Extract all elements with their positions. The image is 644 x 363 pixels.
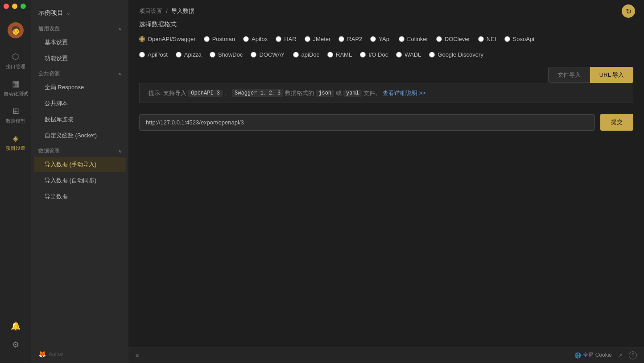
global-cookie-button[interactable]: 🌐 全局 Cookie [574,351,612,359]
format-radio-sosoapi[interactable] [504,36,510,42]
import-tabs: 文件导入 URL 导入 [548,67,633,83]
format-radio-har[interactable] [276,36,281,42]
rail-item-settings[interactable]: ◈ 项目设置 [0,129,31,156]
sidebar-item-db-connection[interactable]: 数据库连接 [34,112,126,127]
format-option-eolinker[interactable]: Eolinker [399,36,428,42]
format-option-showdoc[interactable]: ShowDoc [210,51,243,58]
format-radio-rap2[interactable] [339,36,344,42]
url-input[interactable] [139,114,595,131]
format-label-postman: Postman [212,36,235,42]
format-option-apipost[interactable]: ApiPost [139,51,168,58]
rail-label-autotest: 自动化测试 [4,91,28,97]
section-data-management[interactable]: 数据管理 ∧ [31,144,128,157]
share-icon[interactable]: ↗ [618,352,623,359]
format-option-doclever[interactable]: DOClever [436,36,470,42]
breadcrumb-parent[interactable]: 项目设置 [139,7,162,15]
format-radio-postman[interactable] [204,36,210,42]
minimize-button[interactable] [12,4,17,9]
format-label-rap2: RAP2 [347,36,362,42]
cookie-label: 全局 Cookie [583,351,612,359]
window-controls [4,4,26,9]
sidebar-item-basic-settings[interactable]: 基本设置 [34,35,126,50]
rail-item-notification[interactable]: 🔔 [0,317,31,335]
format-option-sosoapi[interactable]: SosoApi [504,36,534,42]
rail-item-datamodel[interactable]: ⊞ 数据模型 [0,102,31,129]
rail-label-interface: 接口管理 [6,63,25,70]
format-option-apifox[interactable]: Apifox [243,36,268,42]
hint-code-swagger: Swagger 1、2、3 [232,89,283,97]
format-option-har[interactable]: HAR [276,36,296,42]
format-options-row1: OpenAPI/Swagger Postman Apifox HAR JMete… [139,36,633,42]
format-options-row2: ApiPost Apizza ShowDoc DOCWAY apiDoc RAM… [139,51,633,58]
format-option-wadl[interactable]: WADL [396,51,421,58]
rail-item-interface[interactable]: ⬡ 接口管理 [0,47,31,74]
help-icon[interactable]: ? [629,351,637,359]
format-option-apizza[interactable]: Apizza [176,51,202,58]
format-radio-apifox[interactable] [243,36,249,42]
close-button[interactable] [4,4,9,9]
format-option-docway[interactable]: DOCWAY [251,51,285,58]
format-radio-raml[interactable] [327,52,333,58]
sidebar-footer-label: Apifox [49,351,63,357]
hint-prefix: 提示: 支持导入 [149,89,186,97]
sidebar-item-function-settings[interactable]: 功能设置 [34,51,126,66]
sidebar-label-import-manual: 导入数据 (手动导入) [45,161,96,168]
tab-url-import[interactable]: URL 导入 [590,67,633,83]
format-radio-yapi[interactable] [370,36,376,42]
format-radio-showdoc[interactable] [210,52,215,58]
format-option-yapi[interactable]: YApi [370,36,391,42]
bottom-left-icon[interactable]: ≡ [136,352,139,359]
bottom-right-items: 🌐 全局 Cookie ↗ ? [574,351,637,359]
rail-item-global-settings[interactable]: ⚙ [0,335,31,354]
section-general-settings[interactable]: 通用设置 ∧ [31,21,128,34]
hint-or: 或 [336,89,342,97]
format-option-jmeter[interactable]: JMeter [305,36,331,42]
format-option-rap2[interactable]: RAP2 [339,36,362,42]
format-radio-apipost[interactable] [139,52,145,58]
sidebar-item-custom-functions[interactable]: 自定义函数 (Socket) [34,128,126,143]
sidebar-item-import-auto[interactable]: 导入数据 (自动同步) [34,173,126,188]
refresh-button[interactable]: ↻ [622,4,635,18]
format-label-apidoc: apiDoc [301,51,319,58]
sidebar-item-export[interactable]: 导出数据 [34,189,126,204]
format-radio-apizza[interactable] [176,52,182,58]
format-option-nei[interactable]: NEI [478,36,496,42]
format-option-postman[interactable]: Postman [204,36,235,42]
format-radio-googlediscovery[interactable] [429,52,435,58]
hint-link[interactable]: 查看详细说明 >> [383,89,426,97]
sidebar-item-public-scripts[interactable]: 公共脚本 [34,96,126,111]
format-option-googlediscovery[interactable]: Google Discovery [429,51,483,58]
sidebar-item-global-response[interactable]: 全局 Response [34,80,126,95]
format-radio-eolinker[interactable] [399,36,405,42]
format-radio-openapi[interactable] [139,36,145,42]
format-label-iodoc: I/O Doc [368,51,388,58]
sidebar-label-import-auto: 导入数据 (自动同步) [45,177,96,184]
project-selector[interactable]: 示例项目 ⌄ [31,4,128,21]
format-label-apizza: Apizza [184,51,202,58]
cookie-icon: 🌐 [574,352,581,359]
submit-button[interactable]: 提交 [600,114,633,131]
format-radio-wadl[interactable] [396,52,402,58]
rail-item-autotest[interactable]: ▦ 自动化测试 [0,74,31,102]
format-radio-apidoc[interactable] [293,52,299,58]
maximize-button[interactable] [21,4,26,9]
format-radio-iodoc[interactable] [360,52,366,58]
format-radio-doclever[interactable] [436,36,442,42]
avatar[interactable]: 🧑 [8,22,24,38]
icon-rail: 🧑 ⬡ 接口管理 ▦ 自动化测试 ⊞ 数据模型 ◈ 项目设置 🔔 ⚙ [0,0,31,363]
format-option-apidoc[interactable]: apiDoc [293,51,319,58]
section-public-resources[interactable]: 公共资源 ∧ [31,66,128,79]
format-radio-nei[interactable] [478,36,484,42]
format-option-raml[interactable]: RAML [327,51,352,58]
global-settings-icon: ⚙ [12,340,19,350]
format-option-openapi[interactable]: OpenAPI/Swagger [139,36,196,42]
autotest-icon: ▦ [12,79,20,89]
format-radio-jmeter[interactable] [305,36,310,42]
tab-file-import[interactable]: 文件导入 [548,67,590,83]
format-radio-docway[interactable] [251,52,256,58]
sidebar-item-import-manual[interactable]: 导入数据 (手动导入) [34,157,126,172]
format-label-nei: NEI [487,36,496,42]
format-label-apipost: ApiPost [148,51,168,58]
datamodel-icon: ⊞ [12,106,19,116]
format-option-iodoc[interactable]: I/O Doc [360,51,388,58]
